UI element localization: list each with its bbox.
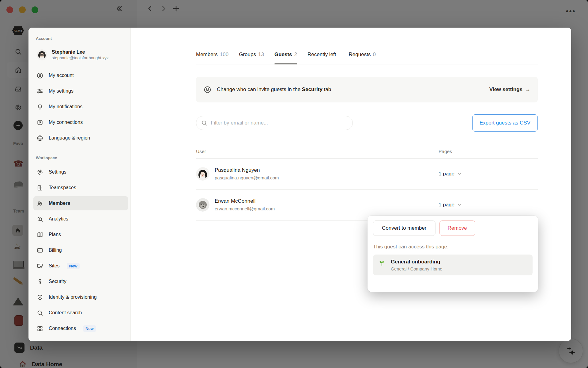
browser-cursor-icon bbox=[36, 263, 43, 270]
invite-settings-banner: Change who can invite guests in the Secu… bbox=[196, 77, 538, 102]
tab-label: Members bbox=[196, 52, 218, 57]
tab-count: 0 bbox=[373, 52, 375, 57]
sidebar-item-label: Analytics bbox=[49, 216, 68, 222]
tab-guests[interactable]: Guests2 bbox=[274, 52, 297, 64]
chevron-down-icon bbox=[457, 202, 462, 207]
sidebar-item-content-search[interactable]: Content search bbox=[33, 306, 128, 320]
sidebar-item-label: Billing bbox=[49, 247, 62, 253]
avatar bbox=[36, 49, 47, 60]
account-user-row[interactable]: Stephanie Lee stephanie@toolsforthought.… bbox=[36, 46, 126, 63]
filter-input[interactable] bbox=[196, 116, 353, 130]
table-header: User Pages bbox=[196, 149, 538, 159]
filter-box bbox=[196, 116, 353, 130]
column-header-user: User bbox=[196, 149, 439, 154]
account-nav-list: My account My settings My notifications … bbox=[36, 68, 126, 145]
map-icon bbox=[36, 231, 43, 238]
page-breadcrumb: General / Company Home bbox=[391, 266, 442, 271]
avatar bbox=[196, 167, 209, 181]
gear-icon bbox=[36, 169, 43, 176]
sidebar-item-plans[interactable]: Plans bbox=[33, 228, 128, 242]
filter-row: Export guests as CSV bbox=[196, 114, 538, 132]
guest-email: erwan.mcconnell@gmail.com bbox=[215, 205, 275, 212]
view-settings-label: View settings bbox=[489, 86, 522, 93]
tab-members[interactable]: Members100 bbox=[196, 52, 228, 64]
sidebar-item-security[interactable]: Security bbox=[33, 274, 128, 289]
sidebar-item-label: My notifications bbox=[49, 104, 82, 109]
guest-access-caption: This guest can access this page: bbox=[373, 244, 533, 250]
account-section-label: Account bbox=[36, 36, 126, 41]
pages-dropdown[interactable]: 1 page bbox=[439, 171, 538, 177]
pages-dropdown[interactable]: 1 page bbox=[439, 202, 538, 208]
sidebar-item-billing[interactable]: Billing bbox=[33, 243, 128, 257]
shield-check-icon bbox=[36, 294, 43, 301]
sidebar-item-label: Plans bbox=[49, 232, 61, 237]
people-icon bbox=[36, 200, 43, 207]
sidebar-item-analytics[interactable]: Analytics bbox=[33, 212, 128, 226]
account-user-email: stephanie@toolsforthought.xyz bbox=[52, 55, 109, 61]
sidebar-item-my-connections[interactable]: My connections bbox=[33, 115, 128, 129]
grid-icon bbox=[36, 325, 43, 332]
tab-label: Requests bbox=[349, 52, 371, 57]
table-row: Pasqualina Nguyen pasqualina.nguyen@gmai… bbox=[196, 159, 538, 190]
sidebar-item-label: My connections bbox=[49, 120, 83, 125]
sidebar-item-label: Sites bbox=[49, 263, 60, 269]
tab-count: 100 bbox=[220, 52, 228, 57]
bell-icon bbox=[36, 103, 43, 110]
sidebar-item-label: Connections bbox=[49, 326, 76, 331]
sidebar-item-my-notifications[interactable]: My notifications bbox=[33, 100, 128, 114]
key-icon bbox=[36, 278, 43, 285]
column-header-pages: Pages bbox=[439, 149, 538, 154]
tab-label: Recently left bbox=[307, 52, 336, 57]
view-settings-link[interactable]: View settings → bbox=[489, 86, 530, 93]
guest-identity: Erwan McConnell erwan.mcconnell@gmail.co… bbox=[196, 198, 439, 212]
building-icon bbox=[36, 184, 43, 191]
popover-buttons: Convert to member Remove bbox=[373, 220, 533, 236]
remove-guest-button[interactable]: Remove bbox=[439, 220, 475, 236]
sidebar-item-label: Teamspaces bbox=[49, 185, 76, 190]
chevron-down-icon bbox=[457, 171, 462, 176]
convert-to-member-button[interactable]: Convert to member bbox=[373, 220, 435, 236]
sidebar-item-label: Members bbox=[49, 201, 70, 206]
sidebar-item-connections[interactable]: Connections New bbox=[33, 321, 128, 335]
credit-card-icon bbox=[36, 247, 43, 254]
magnifier-icon bbox=[36, 309, 43, 316]
pages-value: 1 page bbox=[439, 202, 454, 208]
export-guests-button[interactable]: Export guests as CSV bbox=[472, 114, 538, 132]
tab-recently-left[interactable]: Recently left bbox=[307, 52, 338, 64]
sidebar-item-sites[interactable]: Sites New bbox=[33, 259, 128, 273]
settings-main-panel: Members100 Groups13 Guests2 Recently lef… bbox=[131, 28, 571, 341]
globe-icon bbox=[36, 135, 43, 142]
sidebar-item-label: Settings bbox=[49, 169, 66, 175]
sidebar-item-language-region[interactable]: Language & region bbox=[33, 131, 128, 145]
sliders-icon bbox=[36, 88, 43, 95]
guest-name: Erwan McConnell bbox=[215, 198, 275, 205]
account-user-name: Stephanie Lee bbox=[52, 49, 109, 55]
sidebar-item-my-settings[interactable]: My settings bbox=[33, 84, 128, 98]
guest-tabs: Members100 Groups13 Guests2 Recently lef… bbox=[196, 52, 538, 64]
sidebar-item-label: Content search bbox=[49, 310, 82, 316]
sidebar-item-label: My settings bbox=[49, 88, 74, 94]
tab-requests[interactable]: Requests0 bbox=[349, 52, 376, 64]
guest-email: pasqualina.nguyen@gmail.com bbox=[215, 174, 279, 181]
banner-text: Change who can invite guests in the Secu… bbox=[217, 86, 331, 93]
sidebar-item-members[interactable]: Members bbox=[33, 196, 128, 210]
page-title: General onboarding bbox=[391, 259, 442, 265]
guest-name: Pasqualina Nguyen bbox=[215, 167, 279, 174]
sidebar-item-label: Language & region bbox=[49, 135, 90, 141]
workspace-section-label: Workspace bbox=[36, 155, 126, 160]
sidebar-item-my-account[interactable]: My account bbox=[33, 68, 128, 82]
tab-label: Groups bbox=[239, 52, 256, 57]
arrow-right-icon: → bbox=[525, 86, 530, 93]
accessible-page-item[interactable]: General onboarding General / Company Hom… bbox=[373, 255, 533, 275]
sidebar-item-settings[interactable]: Settings bbox=[33, 165, 128, 179]
search-icon bbox=[201, 120, 208, 128]
tab-groups[interactable]: Groups13 bbox=[239, 52, 264, 64]
sidebar-item-label: My account bbox=[49, 73, 74, 78]
sidebar-item-teamspaces[interactable]: Teamspaces bbox=[33, 181, 128, 195]
sidebar-item-identity-provisioning[interactable]: Identity & provisioning bbox=[33, 290, 128, 304]
person-circle-icon bbox=[203, 86, 212, 94]
settings-sidebar: Account Stephanie Lee stephanie@toolsfor… bbox=[28, 28, 131, 341]
settings-modal: Account Stephanie Lee stephanie@toolsfor… bbox=[28, 28, 571, 341]
workspace-nav-list: Settings Teamspaces Members Analytics bbox=[36, 165, 126, 335]
guest-identity: Pasqualina Nguyen pasqualina.nguyen@gmai… bbox=[196, 167, 439, 181]
